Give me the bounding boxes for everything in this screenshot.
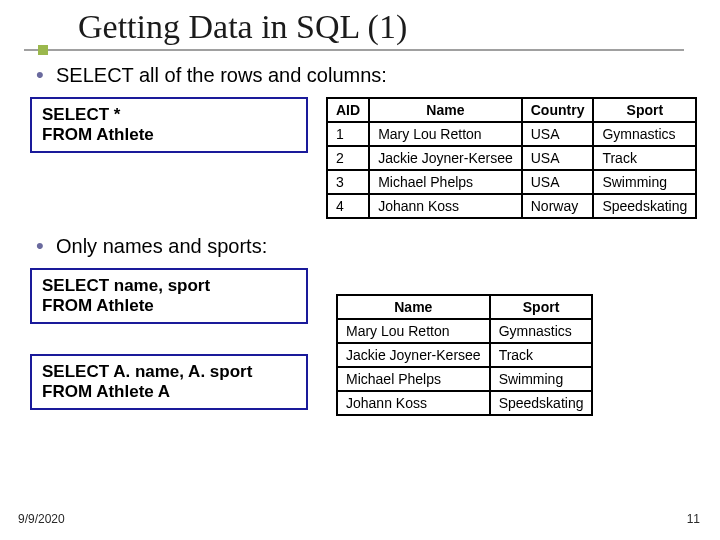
table-row: 2 Jackie Joyner-Kersee USA Track (327, 146, 696, 170)
cell: Speedskating (593, 194, 696, 218)
slide-title: Getting Data in SQL (1) (78, 8, 720, 46)
footer-date: 9/9/2020 (18, 512, 65, 526)
col-sport: Sport (490, 295, 593, 319)
cell: 1 (327, 122, 369, 146)
sql-query-2: SELECT name, sport FROM Athlete (30, 268, 308, 324)
cell: Jackie Joyner-Kersee (337, 343, 490, 367)
bullet-names-sports: Only names and sports: (36, 235, 700, 258)
footer-page-number: 11 (687, 512, 700, 526)
cell: 4 (327, 194, 369, 218)
cell: USA (522, 122, 594, 146)
col-sport: Sport (593, 98, 696, 122)
table-row: Jackie Joyner-Kersee Track (337, 343, 592, 367)
title-area: Getting Data in SQL (1) (0, 0, 720, 46)
cell: USA (522, 146, 594, 170)
cell: Speedskating (490, 391, 593, 415)
table-row: Mary Lou Retton Gymnastics (337, 319, 592, 343)
result-table-projection: Name Sport Mary Lou Retton Gymnastics Ja… (336, 294, 593, 416)
table-row: 4 Johann Koss Norway Speedskating (327, 194, 696, 218)
result-table-full: AID Name Country Sport 1 Mary Lou Retton… (326, 97, 697, 219)
cell: Jackie Joyner-Kersee (369, 146, 522, 170)
table-row: 3 Michael Phelps USA Swimming (327, 170, 696, 194)
col-name: Name (337, 295, 490, 319)
cell: Track (490, 343, 593, 367)
cell: Johann Koss (337, 391, 490, 415)
cell: Gymnastics (490, 319, 593, 343)
slide-content: SELECT all of the rows and columns: SELE… (0, 50, 720, 416)
cell: Swimming (490, 367, 593, 391)
cell: 3 (327, 170, 369, 194)
cell: Michael Phelps (369, 170, 522, 194)
table-row: Michael Phelps Swimming (337, 367, 592, 391)
col-country: Country (522, 98, 594, 122)
cell: Mary Lou Retton (369, 122, 522, 146)
cell: 2 (327, 146, 369, 170)
sql-query-3: SELECT A. name, A. sport FROM Athlete A (30, 354, 308, 410)
cell: Track (593, 146, 696, 170)
sql-query-1: SELECT * FROM Athlete (30, 97, 308, 153)
cell: Norway (522, 194, 594, 218)
cell: Gymnastics (593, 122, 696, 146)
cell: Johann Koss (369, 194, 522, 218)
title-underline (24, 49, 684, 51)
bullet-select-all: SELECT all of the rows and columns: (36, 64, 700, 87)
table-row: Johann Koss Speedskating (337, 391, 592, 415)
col-aid: AID (327, 98, 369, 122)
cell: Swimming (593, 170, 696, 194)
table-header-row: Name Sport (337, 295, 592, 319)
table-row: 1 Mary Lou Retton USA Gymnastics (327, 122, 696, 146)
cell: USA (522, 170, 594, 194)
cell: Michael Phelps (337, 367, 490, 391)
col-name: Name (369, 98, 522, 122)
cell: Mary Lou Retton (337, 319, 490, 343)
table-header-row: AID Name Country Sport (327, 98, 696, 122)
